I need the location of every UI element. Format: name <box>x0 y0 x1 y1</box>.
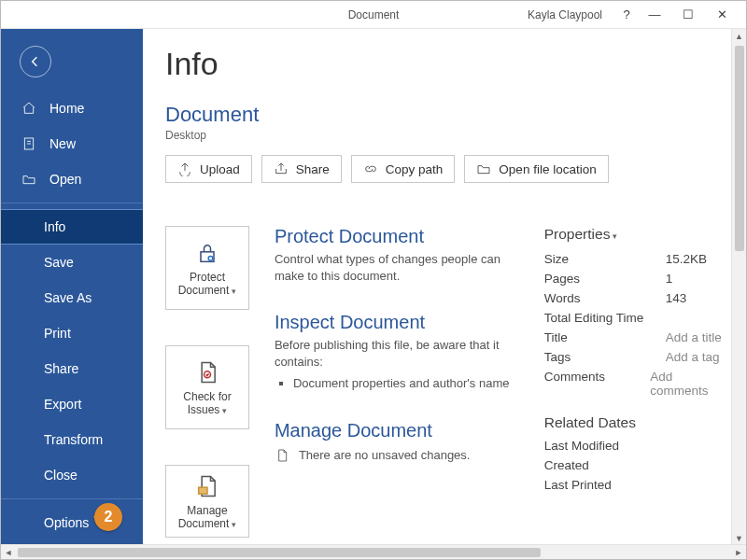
section-title: Manage Document <box>275 420 514 441</box>
sidebar-item-info[interactable]: Info <box>1 209 143 245</box>
folder-icon <box>476 161 491 176</box>
tile-label: Protect Document <box>178 271 230 297</box>
protect-document-section: Protect Document Control what types of c… <box>275 226 514 284</box>
sidebar-item-save[interactable]: Save <box>1 245 143 280</box>
minimize-button[interactable]: — <box>638 7 671 21</box>
property-row: Size15.2KB <box>544 252 724 266</box>
property-key: Title <box>544 330 666 344</box>
property-key: Total Editing Time <box>544 311 666 325</box>
sidebar-item-label: New <box>49 136 76 151</box>
title-bar: Document Kayla Claypool ? — ☐ ✕ <box>1 1 746 29</box>
sidebar-item-label: Open <box>49 172 81 187</box>
sidebar-item-label: Save As <box>44 290 92 305</box>
property-row: Total Editing Time <box>544 311 724 325</box>
maximize-button[interactable]: ☐ <box>671 7 705 21</box>
protect-document-tile[interactable]: Protect Document▾ <box>165 226 249 310</box>
related-date-row: Created <box>544 458 724 472</box>
svg-point-2 <box>208 257 213 261</box>
properties-panel: Properties▾ Size15.2KBPages1Words143Tota… <box>539 226 724 538</box>
check-for-issues-tile[interactable]: Check for Issues▾ <box>165 345 249 429</box>
property-value[interactable]: Add a title <box>666 330 722 344</box>
property-key: Last Modified <box>544 439 666 453</box>
chevron-down-icon: ▾ <box>232 287 236 296</box>
action-label: Copy path <box>386 162 444 176</box>
scrollbar-thumb[interactable] <box>735 46 744 251</box>
property-key: Created <box>544 458 666 472</box>
properties-heading[interactable]: Properties▾ <box>544 226 724 243</box>
sidebar-item-label: Info <box>44 219 65 234</box>
sidebar-item-export[interactable]: Export <box>1 386 143 422</box>
sidebar-item-label: Close <box>44 468 78 483</box>
scrollbar-thumb[interactable] <box>18 548 541 557</box>
user-name: Kayla Claypool <box>528 8 602 21</box>
property-key: Size <box>544 252 666 266</box>
related-dates-heading: Related Dates <box>544 414 724 431</box>
section-title: Protect Document <box>275 226 514 247</box>
scroll-up-arrow-icon[interactable]: ▲ <box>732 29 746 44</box>
tutorial-callout-2: 2 <box>94 503 122 531</box>
section-description: Before publishing this file, be aware th… <box>275 337 514 392</box>
new-icon <box>21 136 36 151</box>
property-row: CommentsAdd comments <box>544 370 724 398</box>
manage-document-tile[interactable]: Manage Document▾ <box>165 465 249 538</box>
chevron-down-icon: ▾ <box>613 231 617 241</box>
help-button[interactable]: ? <box>615 7 638 21</box>
related-date-row: Last Modified <box>544 439 724 453</box>
back-arrow-icon <box>28 54 43 69</box>
chevron-down-icon: ▾ <box>222 406 227 415</box>
document-manage-icon <box>194 472 220 500</box>
copy-path-button[interactable]: Copy path <box>351 155 456 183</box>
sidebar-item-open[interactable]: Open <box>1 161 143 197</box>
share-button[interactable]: Share <box>261 155 342 183</box>
action-label: Open file location <box>499 162 596 176</box>
sidebar-item-label: Export <box>44 397 81 412</box>
section-description: Control what types of changes people can… <box>275 251 514 284</box>
sidebar-item-new[interactable]: New <box>1 126 143 161</box>
action-label: Share <box>296 162 330 176</box>
property-row: Pages1 <box>544 272 724 286</box>
property-row: Words143 <box>544 291 724 305</box>
sidebar-item-options[interactable]: Options <box>1 505 143 540</box>
related-date-row: Last Printed <box>544 478 724 492</box>
home-icon <box>21 101 36 116</box>
back-button[interactable] <box>20 46 51 77</box>
tile-label: Manage Document <box>178 504 230 530</box>
open-folder-icon <box>21 172 36 187</box>
document-location: Desktop <box>165 129 724 142</box>
document-icon <box>275 448 289 463</box>
scroll-right-arrow-icon[interactable]: ► <box>731 545 746 559</box>
sidebar-divider <box>1 203 143 203</box>
inspect-bullet: Document properties and author's name <box>293 375 514 392</box>
property-key: Pages <box>544 272 666 286</box>
window-title: Document <box>348 8 400 21</box>
sidebar-item-share[interactable]: Share <box>1 351 143 386</box>
main-pane: Info Document Desktop Upload Share Copy … <box>143 29 746 546</box>
vertical-scrollbar[interactable]: ▲ ▼ <box>731 29 746 546</box>
svg-rect-4 <box>199 487 207 494</box>
upload-button[interactable]: Upload <box>165 155 252 183</box>
sidebar-item-save-as[interactable]: Save As <box>1 280 143 315</box>
property-key: Last Printed <box>544 478 666 492</box>
scroll-left-arrow-icon[interactable]: ◄ <box>1 545 16 559</box>
link-icon <box>363 161 378 176</box>
property-value: 15.2KB <box>666 252 707 266</box>
sidebar-item-close[interactable]: Close <box>1 457 143 493</box>
document-name: Document <box>165 103 724 127</box>
action-label: Upload <box>200 162 240 176</box>
property-key: Tags <box>544 350 666 364</box>
backstage-sidebar: Home New Open Info Save Save As Print Sh… <box>1 29 143 546</box>
sidebar-item-label: Save <box>44 255 74 270</box>
sidebar-item-print[interactable]: Print <box>1 315 143 351</box>
sidebar-item-label: Transform <box>44 432 103 447</box>
close-button[interactable]: ✕ <box>705 7 739 21</box>
sidebar-item-transform[interactable]: Transform <box>1 422 143 457</box>
property-value[interactable]: Add a tag <box>666 350 720 364</box>
sidebar-divider <box>1 498 143 499</box>
property-key: Comments <box>544 370 651 398</box>
property-value[interactable]: Add comments <box>650 370 724 398</box>
open-file-location-button[interactable]: Open file location <box>464 155 608 183</box>
property-row: TitleAdd a title <box>544 330 724 344</box>
sidebar-item-home[interactable]: Home <box>1 91 143 126</box>
chevron-down-icon: ▾ <box>232 520 236 529</box>
horizontal-scrollbar[interactable]: ◄ ► <box>1 544 746 559</box>
